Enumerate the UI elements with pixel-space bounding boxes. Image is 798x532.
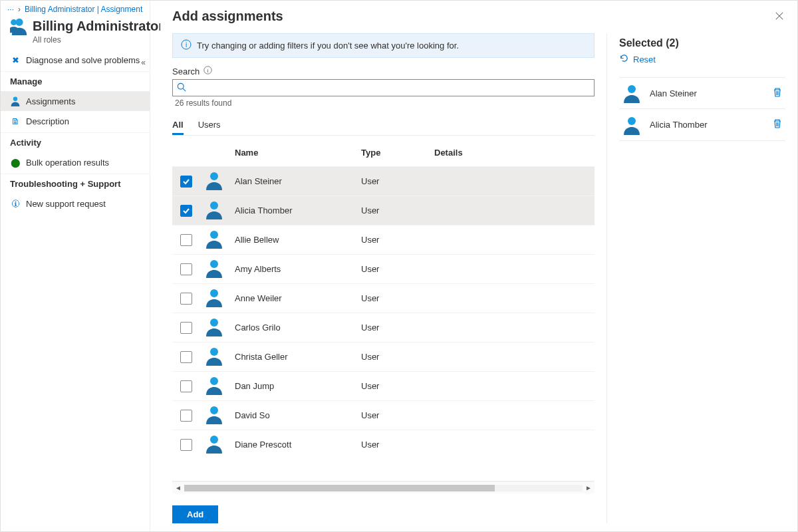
add-button[interactable]: Add	[172, 505, 218, 523]
nav-description[interactable]: 🗎 Description	[1, 111, 150, 131]
row-checkbox[interactable]	[180, 410, 192, 422]
table-row[interactable]: Dan JumpUser	[172, 371, 595, 400]
cell-name: Carlos Grilo	[235, 323, 361, 332]
person-icon	[204, 329, 224, 338]
support-icon: 🛈	[10, 198, 21, 209]
svg-text:i: i	[186, 41, 187, 49]
cell-name: Amy Alberts	[235, 264, 361, 274]
table-header: Name Type Details	[172, 138, 595, 166]
row-checkbox[interactable]	[180, 322, 192, 334]
close-icon[interactable]	[775, 11, 785, 22]
row-checkbox[interactable]	[180, 293, 192, 305]
cell-type: User	[361, 323, 434, 332]
nav-description-label: Description	[26, 116, 69, 126]
info-bar: i Try changing or adding filters if you …	[172, 33, 595, 58]
breadcrumb-item[interactable]: Billing Administrator | Assignments	[25, 5, 143, 14]
trash-icon[interactable]	[772, 118, 785, 131]
cell-type: User	[361, 293, 434, 303]
svg-point-5	[178, 83, 184, 89]
nav-bulk-label: Bulk operation results	[26, 158, 109, 168]
document-icon: 🗎	[10, 116, 21, 126]
scroll-right-icon[interactable]: ►	[583, 484, 595, 491]
table-row[interactable]: Amy AlbertsUser	[172, 254, 595, 283]
reset-button[interactable]: Reset	[619, 53, 785, 65]
nav-header-activity: Activity	[1, 132, 150, 152]
selected-name: Alan Steiner	[650, 88, 764, 98]
search-input-wrapper[interactable]	[172, 79, 595, 96]
trash-icon[interactable]	[772, 87, 785, 100]
nav-diagnose-label: Diagnose and solve problems	[26, 55, 140, 65]
tab-all[interactable]: All	[172, 116, 184, 135]
people-icon	[10, 17, 29, 35]
svg-text:i: i	[207, 68, 209, 74]
undo-icon	[619, 53, 629, 65]
page-subtitle: All roles	[33, 35, 150, 45]
table-row[interactable]: Alicia ThomberUser	[172, 196, 595, 225]
selected-item: Alicia Thomber	[619, 109, 785, 141]
breadcrumb-ellipsis[interactable]: ···	[7, 5, 14, 14]
cell-name: Alicia Thomber	[235, 205, 361, 215]
cell-type: User	[361, 410, 434, 420]
cell-type: User	[361, 440, 434, 450]
row-checkbox[interactable]	[180, 439, 192, 451]
collapse-icon[interactable]: «	[141, 58, 146, 67]
cell-name: Christa Geller	[235, 352, 361, 362]
nav-header-trouble: Troubleshooting + Support	[1, 174, 150, 194]
cell-type: User	[361, 235, 434, 245]
search-icon	[177, 82, 186, 94]
col-type[interactable]: Type	[361, 148, 434, 158]
col-details[interactable]: Details	[434, 148, 595, 158]
row-checkbox[interactable]	[180, 205, 192, 217]
add-assignments-panel: Add assignments i Try changing or adding…	[160, 1, 797, 531]
cell-name: Anne Weiler	[235, 293, 361, 303]
search-input[interactable]	[186, 82, 590, 94]
table-row[interactable]: Diane PrescottUser	[172, 430, 595, 459]
nav-diagnose[interactable]: ✖ Diagnose and solve problems	[1, 50, 150, 70]
nav-assignments[interactable]: Assignments	[1, 91, 150, 111]
nav-new-support[interactable]: 🛈 New support request	[1, 194, 150, 213]
horizontal-scrollbar[interactable]: ◄ ►	[172, 481, 595, 493]
cell-name: Allie Bellew	[235, 235, 361, 245]
cell-type: User	[361, 264, 434, 274]
row-checkbox[interactable]	[180, 351, 192, 363]
info-icon[interactable]: i	[203, 66, 212, 76]
row-checkbox[interactable]	[180, 263, 192, 275]
table-row[interactable]: Anne WeilerUser	[172, 283, 595, 313]
table-row[interactable]: Christa GellerUser	[172, 342, 595, 371]
person-icon	[204, 416, 224, 426]
row-checkbox[interactable]	[180, 234, 192, 246]
scroll-left-icon[interactable]: ◄	[172, 484, 184, 491]
cell-name: David So	[235, 410, 361, 420]
nav-header-manage: Manage	[1, 71, 150, 91]
nav-bulk-results[interactable]: ⬤ Bulk operation results	[1, 152, 150, 172]
person-icon	[622, 83, 642, 103]
chevron-right-icon: ›	[18, 5, 21, 14]
row-checkbox[interactable]	[180, 176, 192, 188]
info-icon: i	[181, 39, 192, 52]
cell-type: User	[361, 381, 434, 391]
cell-type: User	[361, 352, 434, 362]
person-icon	[204, 358, 224, 368]
selected-title: Selected (2)	[619, 37, 785, 49]
col-name[interactable]: Name	[235, 148, 361, 158]
person-icon	[622, 115, 642, 135]
panel-title: Add assignments	[172, 9, 283, 24]
tab-users[interactable]: Users	[198, 116, 221, 135]
table-row[interactable]: David SoUser	[172, 400, 595, 430]
nav-assignments-label: Assignments	[26, 96, 75, 106]
cell-type: User	[361, 176, 434, 186]
table-row[interactable]: Alan SteinerUser	[172, 166, 595, 196]
search-label: Search	[172, 66, 200, 76]
row-checkbox[interactable]	[180, 380, 192, 392]
cell-name: Dan Jump	[235, 381, 361, 391]
person-icon	[204, 270, 224, 280]
cell-type: User	[361, 205, 434, 215]
breadcrumb: ··· › Billing Administrator | Assignment…	[1, 1, 150, 14]
reset-label: Reset	[633, 55, 656, 65]
person-icon	[204, 446, 224, 456]
table-row[interactable]: Carlos GriloUser	[172, 313, 595, 342]
info-text: Try changing or adding filters if you do…	[197, 41, 459, 51]
selected-name: Alicia Thomber	[650, 120, 764, 130]
person-icon	[204, 241, 224, 251]
table-row[interactable]: Allie BellewUser	[172, 225, 595, 254]
